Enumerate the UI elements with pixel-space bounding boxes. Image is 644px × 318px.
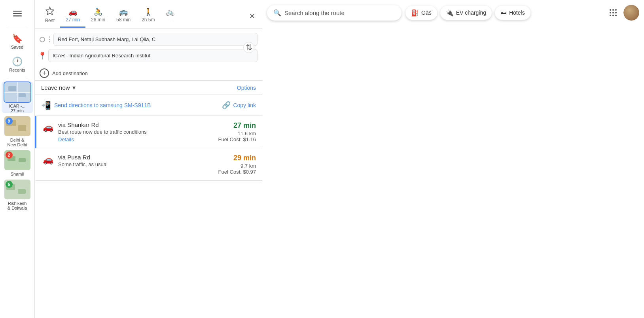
best-icon — [45, 6, 54, 17]
walk-icon: 🚶 — [144, 8, 153, 16]
add-destination-row[interactable]: + Add destination — [35, 66, 262, 80]
route1-fuel: Fuel Cost: $1.16 — [218, 136, 256, 142]
main-panel: Best 🚗 27 min 🚴 26 min 🚌 58 min 🚶 2h 5m … — [35, 0, 262, 318]
route1-details-link[interactable]: Details — [58, 136, 214, 142]
chip-hotels[interactable]: 🛏 Hotels — [495, 6, 530, 20]
sidebar: 🔖 Saved 🕐 Recents ICAR -...27 min — [0, 0, 35, 318]
origin-row — [40, 33, 258, 46]
tab-best[interactable]: Best — [40, 4, 60, 28]
route-option-1[interactable]: 🚗 via Shankar Rd Best route now due to t… — [35, 116, 262, 148]
menu-icon[interactable] — [9, 5, 26, 22]
leave-now-label: Leave now — [41, 84, 70, 91]
send-directions-button[interactable]: 📲 Send directions to samsung SM-S911B — [41, 100, 216, 110]
transport-tabs: Best 🚗 27 min 🚴 26 min 🚌 58 min 🚶 2h 5m … — [35, 0, 262, 29]
link-icon: 🔗 — [222, 101, 231, 110]
route1-distance: 11.6 km — [218, 131, 256, 136]
swap-button[interactable]: ⇅ — [243, 42, 254, 53]
copy-link-button[interactable]: 🔗 Copy link — [222, 101, 256, 110]
copy-link-label: Copy link — [233, 102, 256, 108]
route1-meta: 27 min 11.6 km Fuel Cost: $1.16 — [218, 121, 256, 142]
close-button[interactable]: ✕ — [247, 9, 258, 23]
route-dots-decoration — [49, 36, 50, 42]
bike-icon: 🚴 — [94, 8, 102, 16]
route2-desc: Some traffic, as usual — [58, 161, 214, 167]
tab-transit[interactable]: 🚌 58 min — [111, 5, 136, 28]
route-inputs: 📍 ⇅ — [35, 29, 262, 66]
svg-point-18 — [610, 9, 611, 11]
route1-time: 27 min — [218, 121, 256, 130]
sidebar-item-saved[interactable]: 🔖 Saved — [2, 30, 33, 53]
route1-info: via Shankar Rd Best route now due to tra… — [58, 121, 214, 142]
close-icon: ✕ — [249, 12, 255, 20]
chip-gas[interactable]: ⛽ Gas — [405, 6, 437, 20]
svg-rect-2 — [13, 15, 22, 17]
active-dest-label: ICAR -...27 min — [2, 104, 33, 113]
tab-bike[interactable]: 🚴 26 min — [85, 5, 111, 28]
bicycle-icon: 🚲 — [166, 8, 174, 16]
map-search-icon: 🔍 — [273, 9, 281, 17]
sidebar-item-delhi[interactable]: 9 Delhi &New Delhi — [2, 115, 33, 147]
map-top-bar: 🔍 Search along the route ⛽ Gas 🔌 EV char… — [267, 5, 639, 21]
svg-point-26 — [615, 15, 617, 16]
leave-now-button[interactable]: Leave now ▾ — [41, 84, 76, 91]
tab-bicycle-label: — — [168, 17, 172, 23]
sidebar-divider-top — [8, 28, 27, 28]
rishikesh-badge: 5 — [6, 181, 13, 188]
transit-icon: 🚌 — [119, 8, 128, 16]
svg-rect-1 — [13, 13, 22, 14]
sidebar-item-shamli[interactable]: 2 Shamli — [2, 150, 33, 176]
svg-point-23 — [615, 12, 617, 13]
svg-point-24 — [610, 15, 611, 16]
tab-transit-time: 58 min — [116, 17, 131, 23]
car-icon: 🚗 — [68, 8, 77, 16]
sidebar-item-rishikesh[interactable]: 5 Rishikesh& Doiwala — [2, 179, 33, 210]
recents-label: Recents — [9, 68, 25, 72]
sidebar-item-active-dest[interactable]: ICAR -...27 min — [2, 81, 33, 113]
rishikesh-thumbnail: 5 — [4, 179, 31, 200]
route2-info: via Pusa Rd Some traffic, as usual — [58, 154, 214, 167]
options-button[interactable]: Options — [237, 85, 256, 91]
svg-point-19 — [612, 9, 614, 11]
sidebar-item-recents[interactable]: 🕐 Recents — [2, 53, 33, 76]
origin-dot — [40, 37, 45, 42]
tab-car-time: 27 min — [66, 17, 80, 23]
svg-point-25 — [612, 15, 614, 16]
chip-gas-label: Gas — [421, 9, 432, 16]
tab-walk[interactable]: 🚶 2h 5m — [136, 5, 160, 28]
map-search-box[interactable]: 🔍 Search along the route — [267, 5, 402, 21]
google-apps-button[interactable] — [606, 6, 620, 20]
add-destination-icon: + — [40, 68, 49, 78]
share-row: 📲 Send directions to samsung SM-S911B 🔗 … — [35, 95, 262, 116]
active-dest-thumbnail — [4, 81, 31, 103]
destination-input[interactable] — [48, 49, 258, 62]
active-dest-map-img — [4, 82, 30, 102]
svg-rect-10 — [18, 125, 26, 131]
svg-point-20 — [615, 9, 617, 11]
route1-desc: Best route now due to traffic conditions — [58, 129, 214, 135]
user-avatar[interactable] — [623, 5, 639, 21]
route2-time: 29 min — [218, 154, 256, 162]
map-chips: ⛽ Gas 🔌 EV charging 🛏 Hotels — [405, 6, 530, 20]
hotels-icon: 🛏 — [500, 9, 507, 16]
route-option-2[interactable]: 🚗 via Pusa Rd Some traffic, as usual 29 … — [35, 148, 262, 181]
svg-rect-7 — [19, 93, 26, 97]
chip-ev-label: EV charging — [456, 9, 486, 16]
route1-name: via Shankar Rd — [58, 121, 214, 128]
chip-ev[interactable]: 🔌 EV charging — [440, 6, 492, 20]
chevron-down-icon: ▾ — [72, 84, 76, 91]
svg-rect-13 — [19, 158, 26, 162]
user-avatar-image — [623, 5, 639, 21]
ev-icon: 🔌 — [446, 9, 454, 17]
route2-fuel: Fuel Cost: $0.97 — [218, 169, 256, 175]
svg-point-21 — [610, 12, 611, 13]
tab-car[interactable]: 🚗 27 min — [60, 5, 85, 28]
svg-rect-6 — [8, 86, 16, 91]
clock-icon: 🕐 — [12, 57, 23, 67]
origin-input[interactable] — [53, 33, 258, 46]
sidebar-divider-mid — [8, 79, 27, 79]
options-label: Options — [237, 85, 256, 91]
svg-rect-0 — [13, 11, 22, 12]
send-directions-label: Send directions to samsung SM-S911B — [54, 102, 151, 108]
chip-hotels-label: Hotels — [509, 9, 525, 16]
rishikesh-label: Rishikesh& Doiwala — [2, 201, 33, 210]
